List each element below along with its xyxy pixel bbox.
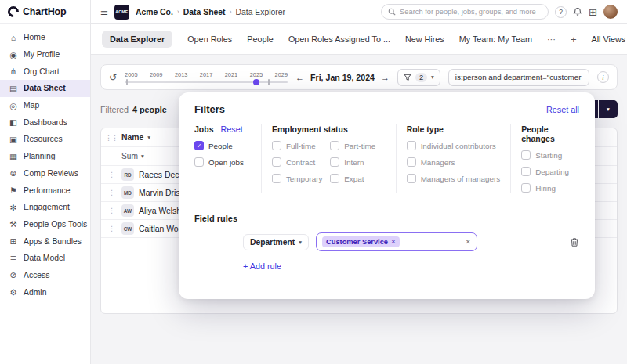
breadcrumb-org[interactable]: Acme Co. — [136, 8, 173, 16]
global-search[interactable] — [381, 4, 549, 20]
timeline-track[interactable] — [125, 81, 288, 83]
sidebar-item-performance[interactable]: ⚑ Performance — [0, 182, 90, 199]
sidebar-item-my-profile[interactable]: ◉ My Profile — [0, 46, 90, 63]
user-avatar[interactable] — [603, 5, 618, 19]
prev-day-arrow[interactable]: ← — [295, 73, 304, 82]
checkbox-expat[interactable]: Expat — [330, 174, 385, 183]
info-icon[interactable]: i — [597, 71, 609, 83]
sidebar-item-resources[interactable]: ▣ Resources — [0, 131, 90, 148]
add-view-icon[interactable]: + — [571, 34, 577, 45]
sidebar-item-admin[interactable]: ⚙ Admin — [0, 283, 90, 301]
sidebar-item-dashboards[interactable]: ◧ Dashboards — [0, 114, 90, 131]
hamburger-menu-icon[interactable]: ☰ — [100, 7, 108, 17]
avatar: RD — [121, 168, 134, 181]
home-icon: ⌂ — [9, 33, 18, 42]
tab-open-roles[interactable]: Open Roles — [187, 34, 232, 44]
charthop-logo[interactable]: ChartHop — [0, 0, 90, 24]
checkbox-label: Open jobs — [208, 158, 244, 167]
timeline-handle[interactable] — [253, 79, 259, 85]
filter-count-badge: 2 — [415, 73, 427, 82]
checkbox-managers[interactable]: Managers — [407, 157, 501, 167]
query-filter-box[interactable] — [448, 69, 589, 86]
sidebar-item-map[interactable]: ◎ Map — [0, 97, 90, 114]
help-icon[interactable]: ? — [555, 6, 567, 18]
search-input[interactable] — [400, 8, 542, 16]
chevron-down-icon: ▾ — [299, 239, 302, 246]
dashboards-icon: ◧ — [9, 117, 18, 127]
chip-remove-icon[interactable]: ✕ — [391, 239, 396, 245]
query-input[interactable] — [455, 73, 582, 81]
filters-modal-header: Filters Reset all — [194, 103, 579, 115]
tabs-overflow-icon[interactable]: ··· — [547, 34, 556, 44]
person-name[interactable]: Aliya Welsh — [139, 207, 181, 215]
reset-all-link[interactable]: Reset all — [546, 105, 579, 114]
checkbox-intern[interactable]: Intern — [330, 157, 385, 167]
filters-button[interactable]: 2 ▾ — [397, 69, 440, 86]
sidebar-item-people-ops-tools[interactable]: ⚒ People Ops Tools — [0, 216, 90, 233]
row-drag-icon[interactable]: ⋮ — [101, 225, 121, 232]
add-rule-link[interactable]: + Add rule — [243, 261, 281, 271]
sidebar-item-label: Map — [24, 101, 39, 110]
next-day-arrow[interactable]: → — [381, 73, 390, 82]
sidebar-item-home[interactable]: ⌂ Home — [0, 29, 90, 46]
checkbox-hiring[interactable]: Hiring — [521, 183, 569, 193]
sidebar: ChartHop ⌂ Home ◉ My Profile ⋔ Org Chart… — [0, 0, 91, 364]
checkbox-icon — [330, 141, 339, 150]
checkbox-full-time[interactable]: Full-time — [272, 141, 327, 150]
sum-selector[interactable]: Sum ▾ — [121, 152, 144, 160]
sidebar-item-apps-bundles[interactable]: ⊞ Apps & Bundles — [0, 232, 90, 250]
breadcrumb-separator: › — [177, 8, 179, 16]
breadcrumb-data-sheet[interactable]: Data Sheet — [183, 8, 226, 16]
checkbox-temporary[interactable]: Temporary — [272, 174, 327, 183]
sidebar-item-label: Org Chart — [24, 67, 60, 76]
checkbox-icon — [330, 174, 339, 183]
checkbox-contract[interactable]: Contract — [272, 157, 327, 167]
current-date[interactable]: Fri, Jan 19, 2024 — [310, 73, 375, 82]
notifications-bell-icon[interactable] — [573, 7, 582, 16]
checkbox-managers-of-managers[interactable]: Managers of managers — [407, 174, 501, 183]
row-drag-icon[interactable]: ⋮ — [101, 189, 121, 196]
checkbox-departing[interactable]: Departing — [521, 167, 569, 176]
checkbox-open-jobs[interactable]: Open jobs — [194, 157, 251, 167]
sidebar-item-access[interactable]: ⊘ Access — [0, 267, 90, 284]
checkbox-individual-contributors[interactable]: Individual contributors — [407, 141, 501, 150]
breadcrumb-data-explorer[interactable]: Data Explorer — [236, 8, 286, 16]
org-chart-icon: ⋔ — [9, 67, 18, 76]
drag-handle-icon[interactable]: ⋮⋮ — [101, 134, 121, 142]
timeline-slider[interactable]: 2005 2009 2013 2017 2021 2025 2029 — [125, 71, 288, 83]
performance-icon: ⚑ — [9, 186, 18, 195]
row-drag-icon[interactable]: ⋮ — [101, 171, 121, 178]
checkbox-part-time[interactable]: Part-time — [330, 141, 385, 150]
sidebar-item-engagement[interactable]: ✻ Engagement — [0, 199, 90, 216]
sidebar-item-comp-reviews[interactable]: ⊜ Comp Reviews — [0, 165, 90, 182]
sidebar-item-data-model[interactable]: ≣ Data Model — [0, 250, 90, 267]
org-logo-badge[interactable]: ACME — [114, 5, 129, 20]
tab-my-team[interactable]: My Team: My Team — [459, 34, 532, 44]
planning-icon: ▦ — [9, 152, 18, 161]
checkbox-starting[interactable]: Starting — [521, 150, 569, 160]
tab-people[interactable]: People — [247, 34, 274, 44]
checkbox-label: Individual contributors — [421, 142, 496, 150]
checkbox-icon — [272, 141, 281, 150]
value-chip-customer-service[interactable]: Customer Service ✕ — [322, 236, 400, 247]
tab-new-hires[interactable]: New Hires — [405, 34, 444, 44]
jobs-reset-link[interactable]: Reset — [221, 124, 243, 134]
sidebar-item-org-chart[interactable]: ⋔ Org Chart — [0, 63, 90, 80]
primary-action-caret-button[interactable]: ▾ — [599, 100, 618, 118]
all-views-button[interactable]: All Views — [592, 34, 626, 44]
chip-label: Customer Service — [326, 238, 388, 246]
tab-data-explorer[interactable]: Data Explorer — [102, 31, 172, 48]
avatar: CW — [121, 222, 134, 235]
clear-input-icon[interactable]: ✕ — [465, 238, 471, 246]
apps-grid-icon[interactable]: ⊞ — [589, 7, 597, 17]
history-icon[interactable]: ↺ — [109, 72, 117, 83]
row-drag-icon[interactable]: ⋮ — [101, 207, 121, 214]
field-select-department[interactable]: Department ▾ — [243, 234, 309, 250]
sidebar-item-planning[interactable]: ▦ Planning — [0, 148, 90, 165]
rule-value-input[interactable]: Customer Service ✕ ✕ — [316, 232, 477, 251]
tab-open-roles-assigned[interactable]: Open Roles Assigned To ... — [288, 34, 390, 44]
checkbox-icon — [407, 141, 416, 150]
delete-rule-button[interactable] — [570, 237, 579, 247]
checkbox-people[interactable]: ✓ People — [194, 141, 251, 150]
sidebar-item-data-sheet[interactable]: ▤ Data Sheet — [0, 80, 90, 97]
